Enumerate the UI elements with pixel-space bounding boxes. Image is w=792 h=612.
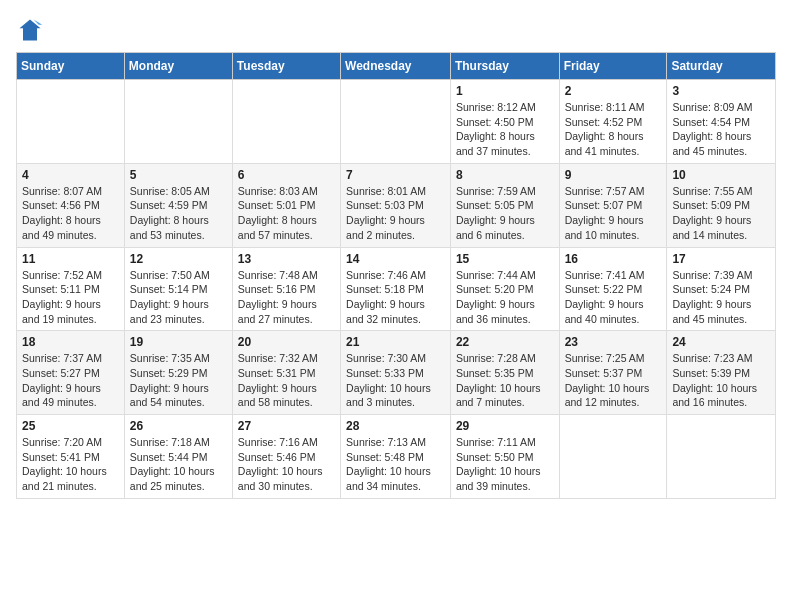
day-info: Sunrise: 8:11 AM Sunset: 4:52 PM Dayligh… xyxy=(565,100,662,159)
calendar-table: SundayMondayTuesdayWednesdayThursdayFrid… xyxy=(16,52,776,499)
calendar-cell: 5Sunrise: 8:05 AM Sunset: 4:59 PM Daylig… xyxy=(124,163,232,247)
calendar-cell: 21Sunrise: 7:30 AM Sunset: 5:33 PM Dayli… xyxy=(341,331,451,415)
day-number: 18 xyxy=(22,335,119,349)
calendar-cell: 14Sunrise: 7:46 AM Sunset: 5:18 PM Dayli… xyxy=(341,247,451,331)
calendar-cell: 16Sunrise: 7:41 AM Sunset: 5:22 PM Dayli… xyxy=(559,247,667,331)
day-number: 13 xyxy=(238,252,335,266)
day-number: 19 xyxy=(130,335,227,349)
day-number: 3 xyxy=(672,84,770,98)
page-header xyxy=(16,16,776,44)
day-number: 6 xyxy=(238,168,335,182)
day-info: Sunrise: 8:07 AM Sunset: 4:56 PM Dayligh… xyxy=(22,184,119,243)
day-info: Sunrise: 7:18 AM Sunset: 5:44 PM Dayligh… xyxy=(130,435,227,494)
calendar-cell: 13Sunrise: 7:48 AM Sunset: 5:16 PM Dayli… xyxy=(232,247,340,331)
day-info: Sunrise: 7:32 AM Sunset: 5:31 PM Dayligh… xyxy=(238,351,335,410)
calendar-week-4: 18Sunrise: 7:37 AM Sunset: 5:27 PM Dayli… xyxy=(17,331,776,415)
calendar-header-row: SundayMondayTuesdayWednesdayThursdayFrid… xyxy=(17,53,776,80)
logo-icon xyxy=(16,16,44,44)
day-number: 24 xyxy=(672,335,770,349)
calendar-cell: 4Sunrise: 8:07 AM Sunset: 4:56 PM Daylig… xyxy=(17,163,125,247)
calendar-cell: 7Sunrise: 8:01 AM Sunset: 5:03 PM Daylig… xyxy=(341,163,451,247)
day-info: Sunrise: 7:37 AM Sunset: 5:27 PM Dayligh… xyxy=(22,351,119,410)
day-info: Sunrise: 7:55 AM Sunset: 5:09 PM Dayligh… xyxy=(672,184,770,243)
calendar-cell: 6Sunrise: 8:03 AM Sunset: 5:01 PM Daylig… xyxy=(232,163,340,247)
day-number: 4 xyxy=(22,168,119,182)
calendar-cell xyxy=(232,80,340,164)
calendar-week-1: 1Sunrise: 8:12 AM Sunset: 4:50 PM Daylig… xyxy=(17,80,776,164)
day-info: Sunrise: 8:09 AM Sunset: 4:54 PM Dayligh… xyxy=(672,100,770,159)
day-info: Sunrise: 7:44 AM Sunset: 5:20 PM Dayligh… xyxy=(456,268,554,327)
calendar-cell: 27Sunrise: 7:16 AM Sunset: 5:46 PM Dayli… xyxy=(232,415,340,499)
calendar-cell: 28Sunrise: 7:13 AM Sunset: 5:48 PM Dayli… xyxy=(341,415,451,499)
day-number: 25 xyxy=(22,419,119,433)
day-number: 22 xyxy=(456,335,554,349)
calendar-cell: 10Sunrise: 7:55 AM Sunset: 5:09 PM Dayli… xyxy=(667,163,776,247)
header-friday: Friday xyxy=(559,53,667,80)
calendar-cell: 2Sunrise: 8:11 AM Sunset: 4:52 PM Daylig… xyxy=(559,80,667,164)
header-sunday: Sunday xyxy=(17,53,125,80)
calendar-cell: 29Sunrise: 7:11 AM Sunset: 5:50 PM Dayli… xyxy=(450,415,559,499)
day-info: Sunrise: 7:11 AM Sunset: 5:50 PM Dayligh… xyxy=(456,435,554,494)
day-number: 10 xyxy=(672,168,770,182)
calendar-cell: 25Sunrise: 7:20 AM Sunset: 5:41 PM Dayli… xyxy=(17,415,125,499)
day-number: 15 xyxy=(456,252,554,266)
day-info: Sunrise: 7:41 AM Sunset: 5:22 PM Dayligh… xyxy=(565,268,662,327)
calendar-cell: 19Sunrise: 7:35 AM Sunset: 5:29 PM Dayli… xyxy=(124,331,232,415)
calendar-cell: 17Sunrise: 7:39 AM Sunset: 5:24 PM Dayli… xyxy=(667,247,776,331)
header-wednesday: Wednesday xyxy=(341,53,451,80)
calendar-cell xyxy=(559,415,667,499)
day-info: Sunrise: 8:12 AM Sunset: 4:50 PM Dayligh… xyxy=(456,100,554,159)
calendar-cell: 3Sunrise: 8:09 AM Sunset: 4:54 PM Daylig… xyxy=(667,80,776,164)
calendar-cell xyxy=(124,80,232,164)
day-info: Sunrise: 7:23 AM Sunset: 5:39 PM Dayligh… xyxy=(672,351,770,410)
day-info: Sunrise: 8:05 AM Sunset: 4:59 PM Dayligh… xyxy=(130,184,227,243)
day-info: Sunrise: 8:03 AM Sunset: 5:01 PM Dayligh… xyxy=(238,184,335,243)
day-info: Sunrise: 7:39 AM Sunset: 5:24 PM Dayligh… xyxy=(672,268,770,327)
calendar-cell: 24Sunrise: 7:23 AM Sunset: 5:39 PM Dayli… xyxy=(667,331,776,415)
day-info: Sunrise: 7:30 AM Sunset: 5:33 PM Dayligh… xyxy=(346,351,445,410)
header-monday: Monday xyxy=(124,53,232,80)
logo xyxy=(16,16,48,44)
day-number: 27 xyxy=(238,419,335,433)
day-info: Sunrise: 7:57 AM Sunset: 5:07 PM Dayligh… xyxy=(565,184,662,243)
day-info: Sunrise: 7:50 AM Sunset: 5:14 PM Dayligh… xyxy=(130,268,227,327)
day-info: Sunrise: 7:16 AM Sunset: 5:46 PM Dayligh… xyxy=(238,435,335,494)
calendar-cell: 9Sunrise: 7:57 AM Sunset: 5:07 PM Daylig… xyxy=(559,163,667,247)
calendar-week-5: 25Sunrise: 7:20 AM Sunset: 5:41 PM Dayli… xyxy=(17,415,776,499)
day-info: Sunrise: 7:46 AM Sunset: 5:18 PM Dayligh… xyxy=(346,268,445,327)
day-info: Sunrise: 7:35 AM Sunset: 5:29 PM Dayligh… xyxy=(130,351,227,410)
calendar-cell xyxy=(667,415,776,499)
calendar-cell: 12Sunrise: 7:50 AM Sunset: 5:14 PM Dayli… xyxy=(124,247,232,331)
day-number: 21 xyxy=(346,335,445,349)
calendar-cell: 26Sunrise: 7:18 AM Sunset: 5:44 PM Dayli… xyxy=(124,415,232,499)
day-number: 5 xyxy=(130,168,227,182)
day-number: 2 xyxy=(565,84,662,98)
day-number: 7 xyxy=(346,168,445,182)
day-number: 12 xyxy=(130,252,227,266)
day-number: 1 xyxy=(456,84,554,98)
calendar-cell xyxy=(341,80,451,164)
calendar-cell: 11Sunrise: 7:52 AM Sunset: 5:11 PM Dayli… xyxy=(17,247,125,331)
calendar-cell xyxy=(17,80,125,164)
calendar-cell: 15Sunrise: 7:44 AM Sunset: 5:20 PM Dayli… xyxy=(450,247,559,331)
day-number: 20 xyxy=(238,335,335,349)
calendar-cell: 22Sunrise: 7:28 AM Sunset: 5:35 PM Dayli… xyxy=(450,331,559,415)
day-number: 17 xyxy=(672,252,770,266)
day-info: Sunrise: 8:01 AM Sunset: 5:03 PM Dayligh… xyxy=(346,184,445,243)
day-number: 14 xyxy=(346,252,445,266)
day-info: Sunrise: 7:28 AM Sunset: 5:35 PM Dayligh… xyxy=(456,351,554,410)
day-number: 23 xyxy=(565,335,662,349)
calendar-cell: 1Sunrise: 8:12 AM Sunset: 4:50 PM Daylig… xyxy=(450,80,559,164)
calendar-cell: 8Sunrise: 7:59 AM Sunset: 5:05 PM Daylig… xyxy=(450,163,559,247)
day-number: 8 xyxy=(456,168,554,182)
day-info: Sunrise: 7:52 AM Sunset: 5:11 PM Dayligh… xyxy=(22,268,119,327)
day-info: Sunrise: 7:13 AM Sunset: 5:48 PM Dayligh… xyxy=(346,435,445,494)
header-thursday: Thursday xyxy=(450,53,559,80)
day-info: Sunrise: 7:48 AM Sunset: 5:16 PM Dayligh… xyxy=(238,268,335,327)
day-number: 29 xyxy=(456,419,554,433)
day-info: Sunrise: 7:20 AM Sunset: 5:41 PM Dayligh… xyxy=(22,435,119,494)
calendar-week-3: 11Sunrise: 7:52 AM Sunset: 5:11 PM Dayli… xyxy=(17,247,776,331)
day-info: Sunrise: 7:25 AM Sunset: 5:37 PM Dayligh… xyxy=(565,351,662,410)
calendar-cell: 20Sunrise: 7:32 AM Sunset: 5:31 PM Dayli… xyxy=(232,331,340,415)
day-number: 26 xyxy=(130,419,227,433)
